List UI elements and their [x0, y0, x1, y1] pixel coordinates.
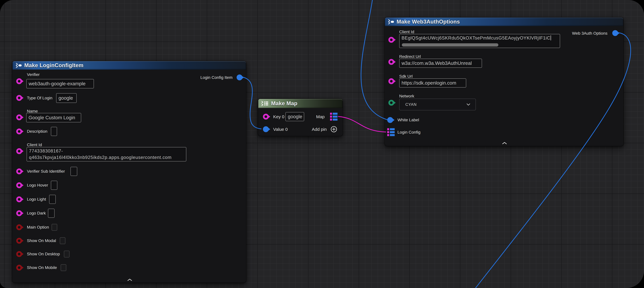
pin-login-config-item-output[interactable] — [236, 75, 242, 80]
collapse-node-chevron-up-icon[interactable] — [127, 279, 132, 281]
pin-show-on-mobile[interactable] — [16, 265, 22, 270]
pin-label-show-on-desktop: Show On Desktop — [27, 252, 60, 256]
pin-value-0[interactable] — [263, 126, 269, 132]
pin-network[interactable] — [388, 100, 394, 106]
node-make-web3authoptions[interactable]: Make Web3AuthOptions Web 3Auth Options C… — [384, 17, 624, 146]
pin-logo-hover[interactable] — [16, 182, 22, 188]
pin-label-web3auth-options: Web 3Auth Options — [572, 31, 608, 36]
node-make-loginconfigitem[interactable]: Make LoginConfigItem Login Config Item V… — [12, 61, 246, 283]
description-field[interactable] — [51, 127, 57, 136]
make-struct-icon — [388, 19, 394, 25]
pin-label-value-0: Value 0 — [273, 127, 288, 132]
text-caret — [550, 36, 551, 40]
show-on-desktop-checkbox[interactable] — [64, 251, 70, 257]
collapse-node-chevron-up-icon[interactable] — [502, 142, 507, 144]
add-pin-button[interactable] — [330, 126, 337, 133]
pin-show-on-modal[interactable] — [16, 238, 22, 244]
network-dropdown[interactable]: CYAN — [399, 99, 476, 110]
main-option-checkbox[interactable] — [52, 224, 57, 231]
pin-web3auth-options-output[interactable] — [612, 30, 618, 36]
network-selected-value: CYAN — [405, 102, 416, 107]
pin-verifier-sub-identifier[interactable] — [16, 168, 22, 174]
pin-label-logo-dark: Logo Dark — [27, 211, 46, 215]
pin-label-redirect-url: Redirect Url — [399, 54, 421, 59]
pin-label-white-label: White Label — [398, 118, 419, 122]
pin-main-option[interactable] — [16, 224, 22, 230]
pin-label-network: Network — [399, 94, 414, 99]
client-id-value: BEglQSgt4cUWcj6SKRdu5QkOXTsePmMcusG5EAoy… — [402, 36, 550, 41]
sdk-url-field[interactable]: https://sdk.openlogin.com — [399, 78, 466, 88]
blueprint-canvas[interactable]: Make LoginConfigItem Login Config Item V… — [0, 0, 644, 288]
verifier-field[interactable]: web3auth-google-example — [26, 79, 94, 88]
logo-light-field[interactable] — [49, 195, 56, 204]
pin-show-on-desktop[interactable] — [16, 251, 22, 257]
node-make-map[interactable]: Make Map Key 0 google Map Value 0 Add pi… — [258, 99, 343, 136]
pin-map-output[interactable] — [330, 113, 338, 121]
name-field[interactable]: Google Custom Login — [26, 113, 81, 122]
verifier-sub-identifier-field[interactable] — [70, 167, 77, 176]
node-title: Make Web3AuthOptions — [396, 19, 460, 25]
client-id-field[interactable]: 774338308167- q463s7kpvja16l4l0kko3nb925… — [26, 147, 186, 161]
pin-label-client-id: Client Id — [399, 30, 414, 34]
key-0-field[interactable]: google — [286, 112, 304, 121]
show-on-mobile-checkbox[interactable] — [61, 264, 66, 271]
pin-type-of-login[interactable] — [16, 95, 22, 101]
pin-label-main-option: Main Option — [27, 225, 49, 230]
pin-label-key-0: Key 0 — [273, 114, 284, 119]
node-header-make-map[interactable]: Make Map — [258, 99, 342, 108]
pin-label-verifier-sub-identifier: Verifier Sub Identifier — [27, 169, 65, 174]
wire-map-to-loginconfig[interactable] — [338, 117, 386, 132]
pin-label-logo-hover: Logo Hover — [27, 183, 48, 188]
node-header-make-loginconfigitem[interactable]: Make LoginConfigItem — [12, 61, 246, 70]
client-id-line-2: q463s7kpvja16l4l0kko3nb925ikds2p.apps.go… — [29, 154, 172, 161]
add-pin-label: Add pin — [312, 127, 327, 132]
pin-client-id[interactable] — [388, 37, 394, 43]
logo-hover-field[interactable] — [51, 181, 57, 190]
pin-client-id[interactable] — [16, 148, 22, 154]
pin-label-show-on-mobile: Show On Mobile — [27, 265, 57, 270]
pin-label-description: Description — [27, 129, 48, 134]
make-struct-icon — [16, 63, 22, 68]
make-map-icon — [261, 101, 269, 106]
pin-key-0[interactable] — [263, 114, 269, 120]
pin-white-label[interactable] — [387, 117, 393, 123]
pin-login-config[interactable] — [387, 128, 395, 136]
node-header-make-web3authoptions[interactable]: Make Web3AuthOptions — [385, 18, 623, 26]
pin-label-verifier: Verifier — [27, 72, 40, 77]
node-title: Make LoginConfigItem — [24, 62, 84, 69]
pin-label-show-on-modal: Show On Modal — [27, 238, 56, 243]
chevron-down-icon — [466, 103, 470, 106]
blueprint-editor: { "colors": { "page_bg": "#000000", "can… — [0, 0, 644, 288]
client-id-field[interactable]: BEglQSgt4cUWcj6SKRdu5QkOXTsePmMcusG5EAoy… — [399, 34, 560, 48]
pin-label-login-config-item: Login Config Item — [200, 75, 232, 80]
pin-description[interactable] — [16, 129, 22, 134]
client-id-line-1: 774338308167- — [29, 148, 63, 154]
pin-redirect-url[interactable] — [388, 59, 394, 65]
pin-verifier[interactable] — [16, 78, 22, 84]
pin-label-logo-light: Logo Light — [27, 197, 46, 202]
logo-dark-field[interactable] — [48, 209, 54, 218]
pin-label-client-id: Client Id — [27, 143, 42, 147]
wire-top-to-whitelabel[interactable] — [361, 0, 387, 120]
pin-label-sdk-url: Sdk Url — [399, 74, 413, 79]
pin-logo-light[interactable] — [16, 196, 22, 202]
show-on-modal-checkbox[interactable] — [60, 237, 65, 244]
pin-name[interactable] — [16, 114, 22, 120]
redirect-url-field[interactable]: w3a://com.w3a.Web3AuthUnreal — [399, 59, 482, 68]
pin-label-map: Map — [316, 114, 325, 119]
node-title: Make Map — [271, 100, 298, 107]
field-horizontal-scrollbar[interactable] — [402, 43, 498, 47]
pin-sdk-url[interactable] — [388, 78, 394, 84]
type-of-login-field[interactable]: google — [56, 93, 76, 103]
pin-label-type-of-login: Type Of Login — [27, 96, 52, 100]
pin-logo-dark[interactable] — [16, 210, 22, 216]
pin-label-login-config: Login Config — [398, 130, 420, 135]
